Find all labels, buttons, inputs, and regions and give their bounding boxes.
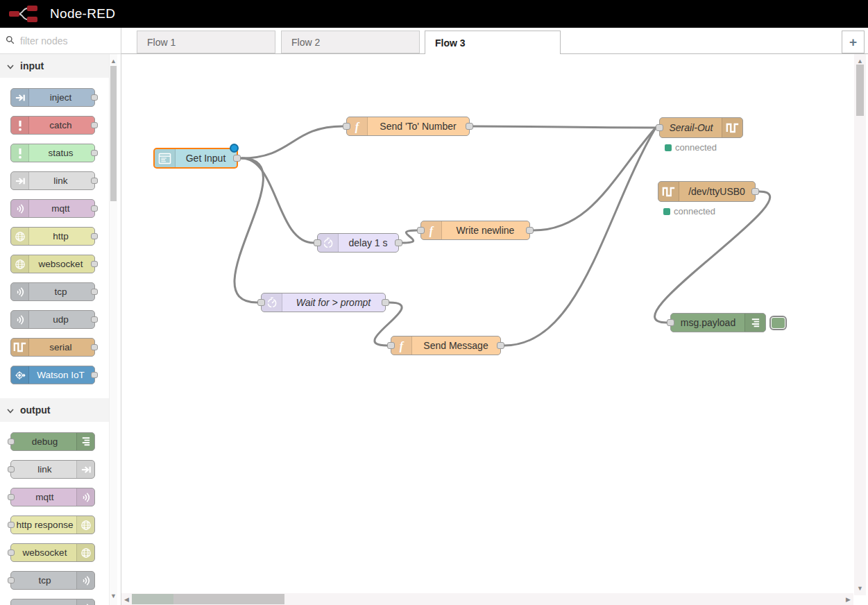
tab-flow-1[interactable]: Flow 1 [137, 31, 275, 53]
palette-node-tcp[interactable]: tcp [10, 282, 95, 301]
flow-node-label: msg.payload [672, 314, 744, 332]
scroll-right-icon[interactable]: ▶ [846, 593, 851, 605]
tab-flow-3[interactable]: Flow 3 [425, 31, 561, 54]
palette-category-header-input[interactable]: input [0, 54, 109, 78]
output-port[interactable] [497, 342, 504, 349]
wire-write-newline-to-serail-out[interactable] [534, 128, 656, 230]
debug-icon [76, 433, 94, 450]
canvas-vertical-scrollbar[interactable]: ▲ ▼ [854, 54, 866, 595]
tab-flow-2[interactable]: Flow 2 [281, 31, 420, 53]
palette-node-watson-iot[interactable]: Watson IoT [10, 366, 95, 384]
search-input[interactable] [19, 35, 101, 47]
palette-node-catch[interactable]: catch [10, 116, 95, 135]
scroll-left-icon[interactable]: ◀ [124, 593, 129, 605]
palette-node-link[interactable]: link [10, 171, 95, 190]
output-port[interactable] [526, 227, 534, 234]
wire-get-input-to-delay-1s[interactable] [241, 158, 314, 243]
flow-node-get-input[interactable]: Get Input [153, 148, 238, 169]
input-port[interactable] [257, 299, 265, 306]
flow-node-label: Serail-Out [661, 118, 721, 137]
flow-node-label: Send 'To' Number [368, 117, 468, 135]
app-title: Node-RED [50, 6, 115, 22]
palette-node-list: inputinjectcatchstatuslinkmqtthttpwebsoc… [0, 54, 109, 605]
debug-toggle-button[interactable] [769, 316, 787, 330]
input-port[interactable] [314, 239, 321, 246]
chevron-down-icon [7, 60, 14, 72]
search-icon [6, 35, 15, 47]
scroll-up-icon[interactable]: ▲ [110, 58, 117, 65]
flow-node-msg-payload[interactable]: msg.payload [670, 313, 766, 332]
palette-sidebar: inputinjectcatchstatuslinkmqtthttpwebsoc… [0, 28, 121, 605]
input-port[interactable] [656, 124, 663, 131]
palette-node-port [8, 494, 15, 500]
output-port[interactable] [382, 299, 389, 306]
palette-node-port [91, 233, 98, 239]
canvas-hscroll-thumb[interactable] [132, 594, 284, 604]
globe-icon [11, 255, 29, 273]
canvas-vscroll-thumb[interactable] [856, 65, 864, 116]
flow-node-write-newline[interactable]: fWrite newline [420, 221, 530, 240]
flow-node-label: Get Input [176, 149, 235, 167]
flow-node-label: Send Message [413, 336, 499, 355]
flow-node-send-to-number[interactable]: fSend 'To' Number [346, 117, 470, 136]
scroll-down-icon[interactable]: ▼ [854, 585, 866, 592]
palette-node-label: mqtt [30, 200, 92, 217]
palette-node-tcp[interactable]: tcp [10, 571, 95, 590]
wire-get-input-to-send-to-number[interactable] [241, 126, 343, 158]
flow-node-dev-ttyusb0[interactable]: /dev/ttyUSB0 [658, 181, 756, 202]
output-port[interactable] [466, 123, 473, 130]
wire-get-input-to-wait-for-prompt[interactable] [235, 158, 263, 302]
palette-node-mqtt[interactable]: mqtt [10, 199, 95, 218]
globe-icon [76, 516, 94, 534]
palette-node-serial[interactable]: serial [10, 338, 95, 357]
canvas-horizontal-scrollbar[interactable]: ◀ ▶ [121, 593, 853, 605]
palette-node-port [8, 549, 15, 556]
palette-node-debug[interactable]: debug [10, 432, 95, 451]
palette-node-label: inject [30, 89, 92, 106]
flow-node-label: delay 1 s [339, 234, 397, 252]
flow-canvas[interactable]: ▲ ▼ ◀ ▶ Get InputfSend 'To' NumberSerail… [121, 54, 868, 605]
output-port[interactable] [395, 239, 402, 246]
input-port[interactable] [667, 319, 674, 326]
flow-node-wait-for-prompt[interactable]: Wait for > prompt [261, 293, 386, 312]
flow-node-serail-out[interactable]: Serail-Out [659, 117, 743, 138]
palette-node-node[interactable] [10, 599, 95, 605]
scroll-down-icon[interactable]: ▼ [110, 593, 117, 599]
input-port[interactable] [387, 342, 395, 349]
palette-scrollbar-thumb[interactable] [110, 66, 117, 201]
palette-node-udp[interactable]: udp [10, 310, 95, 329]
palette-node-websocket[interactable]: websocket [10, 255, 95, 273]
output-port[interactable] [751, 188, 759, 195]
palette-node-label: debug [14, 433, 76, 450]
palette-node-websocket[interactable]: websocket [10, 543, 95, 562]
palette-node-link[interactable]: link [10, 460, 95, 479]
scroll-up-icon[interactable]: ▲ [854, 58, 866, 65]
palette-scrollbar[interactable]: ▲ ▼ [109, 54, 117, 605]
link-icon [76, 461, 94, 478]
flow-node-send-message[interactable]: fSend Message [391, 336, 501, 355]
palette-node-http-response[interactable]: http response [10, 515, 95, 534]
wire-send-to-number-to-serail-out[interactable] [473, 126, 656, 128]
palette-node-http[interactable]: http [10, 227, 95, 246]
signal-icon [76, 599, 94, 605]
output-port[interactable] [233, 155, 241, 162]
palette-node-port [8, 522, 15, 528]
palette-node-mqtt[interactable]: mqtt [10, 488, 95, 506]
input-port[interactable] [417, 227, 425, 234]
palette-node-port [91, 289, 98, 295]
palette-node-label [14, 599, 76, 605]
palette-node-port [8, 438, 15, 445]
palette-node-label: http [30, 228, 92, 245]
tab-label: Flow 2 [291, 37, 320, 48]
palette-node-status[interactable]: status [10, 144, 95, 162]
palette-category-label: output [20, 404, 51, 416]
palette-node-inject[interactable]: inject [10, 88, 95, 107]
input-port[interactable] [343, 123, 350, 130]
wire-delay-1s-to-write-newline[interactable] [402, 230, 417, 243]
flow-tab-bar: Flow 1Flow 2Flow 3+ [121, 28, 868, 54]
palette-category-header-output[interactable]: output [0, 398, 109, 422]
flow-node-delay-1s[interactable]: delay 1 s [317, 233, 399, 253]
add-flow-button[interactable]: + [842, 31, 865, 53]
link-icon [11, 172, 29, 189]
palette-node-port [91, 122, 98, 128]
